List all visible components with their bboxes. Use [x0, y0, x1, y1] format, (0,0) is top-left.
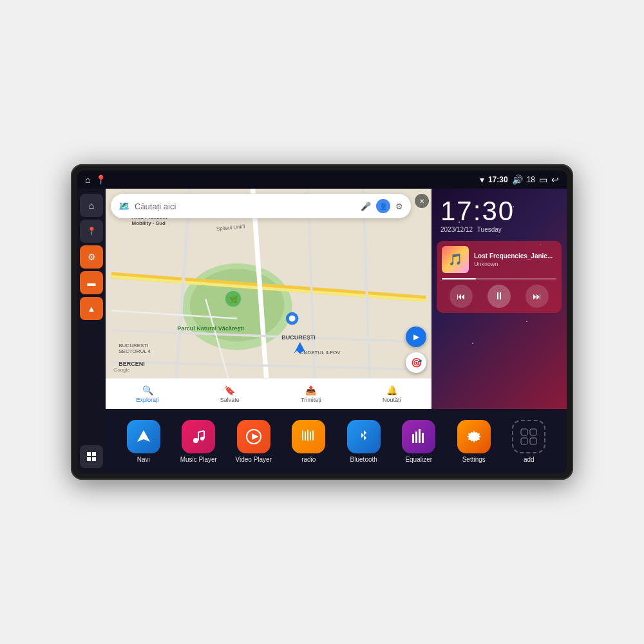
- map-surface: 🌿 AXIS PremiumMobility - Sud Pizza & Bak…: [106, 189, 431, 409]
- music-progress-bar[interactable]: [442, 278, 556, 279]
- maps-icon[interactable]: 📍: [95, 175, 106, 185]
- navigation-sidebar-icon: ▲: [88, 304, 96, 314]
- svg-rect-2: [87, 457, 91, 461]
- app-item-video-player[interactable]: Video Player: [226, 420, 281, 463]
- svg-rect-34: [312, 430, 314, 440]
- sidebar-item-settings[interactable]: ⚙: [80, 245, 103, 269]
- top-section: 🌿 AXIS PremiumMobility - Sud Pizza & Bak…: [106, 189, 567, 409]
- user-avatar[interactable]: 👤: [376, 199, 390, 213]
- music-details: Lost Frequencies_Janie... Unknown: [474, 252, 556, 267]
- map-label-sect4: BUCUREȘTISECTORUL 4: [118, 343, 151, 354]
- svg-rect-37: [419, 429, 421, 443]
- app-item-settings[interactable]: Settings: [446, 420, 502, 463]
- back-icon[interactable]: ↩: [551, 175, 559, 185]
- news-icon: 🔔: [386, 385, 397, 395]
- map-nav-share[interactable]: 📤 Trimiteți: [301, 385, 321, 403]
- app-item-add[interactable]: add: [502, 420, 557, 463]
- music-widget[interactable]: 🎵 Lost Frequencies_Janie... Unknown: [437, 241, 562, 313]
- files-sidebar-icon: ▬: [88, 278, 96, 288]
- svg-marker-29: [252, 433, 259, 440]
- video-player-label: Video Player: [235, 456, 272, 463]
- current-location-button[interactable]: ▶: [406, 327, 426, 347]
- settings-sidebar-icon: ⚙: [88, 252, 96, 262]
- bluetooth-icon: [347, 420, 381, 453]
- svg-rect-35: [412, 434, 414, 443]
- play-pause-button[interactable]: ⏸: [488, 285, 511, 308]
- battery-icon: ▭: [539, 175, 547, 185]
- svg-point-20: [289, 316, 296, 322]
- map-label-berceni: BERCENI: [118, 361, 145, 367]
- clock-day: Tuesday: [477, 226, 502, 233]
- sidebar: ⌂ 📍 ⚙ ▬ ▲: [77, 189, 106, 473]
- sidebar-item-grid[interactable]: [80, 445, 103, 468]
- settings-app-label: Settings: [462, 456, 486, 463]
- map-nav-saved[interactable]: 🔖 Salvate: [220, 385, 240, 403]
- svg-rect-40: [521, 429, 527, 435]
- map-search-placeholder[interactable]: Căutați aici: [135, 202, 355, 211]
- sidebar-item-navigation[interactable]: ▲: [80, 297, 103, 320]
- svg-rect-36: [415, 431, 417, 443]
- svg-rect-1: [92, 452, 96, 456]
- wifi-icon: ▾: [480, 175, 484, 185]
- svg-rect-33: [310, 431, 311, 440]
- explore-icon: 🔍: [142, 385, 153, 395]
- center-right-panel: 🌿 AXIS PremiumMobility - Sud Pizza & Bak…: [106, 189, 567, 473]
- prev-button[interactable]: ⏮: [450, 285, 473, 308]
- status-bar: ⌂ 📍 ▾ 17:30 🔊 18 ▭ ↩: [77, 171, 567, 189]
- locate-button[interactable]: 🎯: [406, 352, 426, 373]
- news-label: Noutăți: [383, 397, 401, 403]
- app-item-navi[interactable]: Navi: [116, 420, 171, 463]
- radio-label: radio: [301, 456, 316, 463]
- maps-settings-icon[interactable]: ⚙: [395, 202, 403, 211]
- equalizer-label: Equalizer: [405, 456, 432, 463]
- app-item-bluetooth[interactable]: Bluetooth: [336, 420, 392, 463]
- map-search-bar[interactable]: 🗺️ Căutați aici 🎤 👤 ⚙: [111, 194, 411, 218]
- svg-text:🌿: 🌿: [229, 295, 238, 304]
- map-label-parc: Parcul Natural Văcărești: [177, 325, 244, 332]
- equalizer-icon: [402, 420, 435, 453]
- settings-app-icon: [457, 420, 491, 453]
- map-nav-news[interactable]: 🔔 Noutăți: [383, 385, 401, 403]
- map-label-buc: BUCUREȘTI: [281, 334, 316, 341]
- sidebar-item-home[interactable]: ⌂: [80, 194, 103, 217]
- music-info: 🎵 Lost Frequencies_Janie... Unknown: [442, 246, 556, 273]
- svg-marker-22: [137, 430, 150, 442]
- svg-rect-3: [92, 457, 96, 461]
- map-close-button[interactable]: ✕: [415, 194, 429, 208]
- sidebar-item-files[interactable]: ▬: [80, 271, 103, 294]
- app-grid: Navi Music Player: [106, 409, 567, 473]
- navi-label: Navi: [137, 456, 150, 463]
- home-sidebar-icon: ⌂: [89, 200, 94, 211]
- mic-icon[interactable]: 🎤: [361, 202, 371, 211]
- sidebar-item-maps[interactable]: 📍: [80, 220, 103, 243]
- music-controls: ⏮ ⏸ ⏭: [442, 285, 556, 308]
- explore-label: Explorați: [137, 397, 159, 403]
- music-player-label: Music Player: [180, 456, 217, 463]
- grid-icon: [86, 451, 97, 462]
- music-artist: Unknown: [474, 261, 556, 267]
- svg-rect-41: [530, 429, 536, 435]
- device-screen: ⌂ 📍 ▾ 17:30 🔊 18 ▭ ↩ ⌂ 📍: [77, 171, 567, 473]
- app-item-music-player[interactable]: Music Player: [171, 420, 227, 463]
- map-container[interactable]: 🌿 AXIS PremiumMobility - Sud Pizza & Bak…: [106, 189, 431, 409]
- saved-label: Salvate: [220, 397, 240, 403]
- app-item-equalizer[interactable]: Equalizer: [392, 420, 447, 463]
- right-panel: 17:30 2023/12/12 Tuesday 🎵: [431, 189, 567, 409]
- volume-icon[interactable]: 🔊: [512, 175, 523, 185]
- home-icon[interactable]: ⌂: [85, 175, 90, 185]
- map-label-ilfov: JUDEȚUL ILFOV: [301, 350, 341, 355]
- app-item-radio[interactable]: radio: [281, 420, 337, 463]
- svg-point-23: [193, 438, 198, 443]
- clock-date-value: 2023/12/12: [440, 226, 473, 233]
- svg-rect-30: [302, 430, 303, 440]
- map-nav-explore[interactable]: 🔍 Explorați: [137, 385, 159, 403]
- device: ⌂ 📍 ▾ 17:30 🔊 18 ▭ ↩ ⌂ 📍: [71, 164, 573, 480]
- next-button[interactable]: ⏭: [526, 285, 549, 308]
- google-maps-icon: 🗺️: [118, 201, 129, 211]
- share-label: Trimiteți: [301, 397, 321, 403]
- music-player-icon: [182, 420, 215, 453]
- radio-icon: [292, 420, 325, 453]
- map-bottom-nav: 🔍 Explorați 🔖 Salvate 📤 Trimiteți: [106, 378, 431, 409]
- status-time: 17:30: [488, 175, 508, 184]
- clock-time: 17:30: [440, 198, 558, 225]
